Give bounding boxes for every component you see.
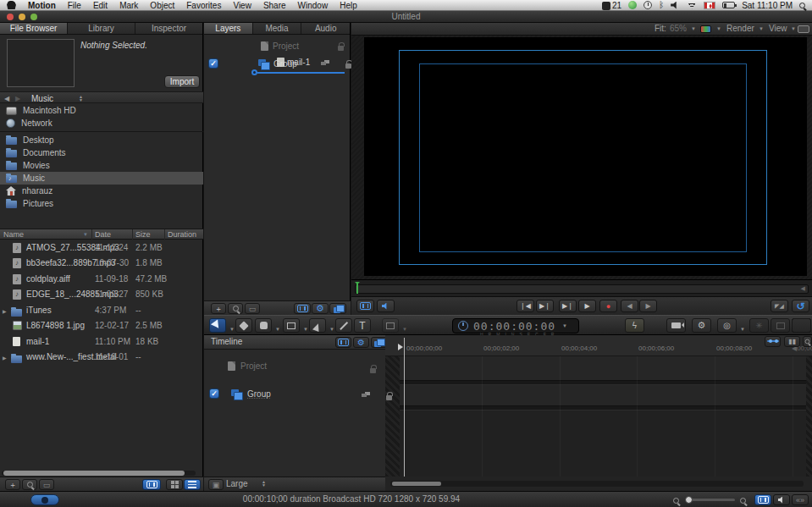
show-video-tracks-button[interactable] [335,337,351,348]
tab-layers[interactable]: Layers [204,23,253,34]
import-button[interactable]: Import [164,75,200,88]
column-header-size[interactable]: Size [135,230,151,239]
bezier-tool[interactable] [309,318,326,333]
search-button[interactable] [228,303,243,314]
lock-icon[interactable] [386,395,392,400]
mask-rectangle-tool[interactable] [382,318,399,333]
view-menu[interactable]: View [769,24,787,33]
channels-icon[interactable] [700,25,711,33]
menu-help[interactable]: Help [340,1,357,10]
track-height-button[interactable]: ▮▮ [784,336,800,347]
show-fullview-button[interactable] [356,300,374,312]
show-keyframe-editor-button[interactable]: «» [792,494,809,505]
blend-mode-icon[interactable] [321,60,329,67]
show-timeline-button[interactable] [754,494,771,505]
menu-clock[interactable]: Sat 11:10 PM [742,1,793,10]
line-tool[interactable] [335,318,352,333]
timeline-zoom-button[interactable] [803,336,812,347]
search-button[interactable] [22,479,37,490]
timeline-ruler[interactable]: 00;00;00;00 00;00;02;00 00;00;04;00 00;0… [385,335,812,356]
record-button[interactable]: ● [599,300,617,312]
chevron-down-icon[interactable]: ▼ [402,327,407,332]
chevron-down-icon[interactable]: ▼ [303,327,308,332]
tab-media[interactable]: Media [253,23,302,34]
column-header-date[interactable]: Date [95,230,111,239]
zoom-fit-label[interactable]: Fit: [655,24,666,33]
disclosure-triangle-icon[interactable]: ▶ [3,355,7,361]
file-row[interactable]: ♪ EDGE_18_...24885.mp3 11-09-27 850 KB [0,287,203,302]
menu-favorites[interactable]: Favorites [186,1,221,10]
place-macintosh-hd[interactable]: Macintosh HD [0,104,203,117]
file-row[interactable]: ▶ iTunes 4:37 PM -- [0,303,203,318]
tab-file-browser[interactable]: File Browser [0,23,68,34]
playhead-grabber[interactable] [398,344,406,350]
adjust-3d-tool[interactable] [235,318,252,333]
show-hud-button[interactable]: ϟ [625,318,644,333]
mini-timeline-track[interactable] [355,284,809,294]
volume-icon[interactable] [671,2,680,9]
disclosure-triangle-icon[interactable]: ▶ [3,308,7,314]
icon-view-button[interactable] [166,479,183,490]
input-language-flag-icon[interactable] [704,2,715,9]
menu-motion[interactable]: Motion [28,1,56,10]
preview-toggle-button[interactable]: ▭ [39,479,54,490]
add-behavior-button[interactable]: ⚙ [692,318,711,333]
chevron-down-icon[interactable]: ▼ [740,327,745,332]
audio-mute-button[interactable] [377,300,395,312]
column-header-name[interactable]: Name [3,230,24,239]
chevron-down-icon[interactable]: ▼ [691,26,696,31]
text-tool[interactable]: T [354,318,371,333]
file-row[interactable]: L8674898 1.jpg 12-02-17 2.5 MB [0,318,203,333]
forward-arrow-icon[interactable]: ▶ [15,95,20,102]
file-row[interactable]: mail-1 11:10 PM 18 KB [0,334,203,350]
globe-status-icon[interactable] [628,1,637,9]
tab-audio[interactable]: Audio [301,23,350,34]
menu-file[interactable]: File [68,1,81,10]
file-row[interactable]: ♪ bb3eefa32...889b7.mp3 10-07-30 1.8 MB [0,256,203,271]
timeline-zoom-slider[interactable] [686,499,735,501]
bluetooth-icon[interactable]: ᛒ [659,1,664,9]
go-to-end-button[interactable]: ▶❘ [536,300,554,312]
playhead[interactable] [404,338,405,477]
chevron-down-icon[interactable]: ▼ [562,323,567,328]
zoom-in-icon[interactable] [740,496,746,505]
menu-object[interactable]: Object [150,1,174,10]
new-camera-button[interactable] [666,318,686,333]
canvas-viewport[interactable] [351,36,812,279]
loop-playback-button[interactable]: ↺ [792,300,809,312]
folder-view-button[interactable] [142,479,161,490]
lock-icon[interactable] [345,63,351,69]
close-window-button[interactable] [7,14,14,20]
place-home[interactable]: nharauz [0,185,203,197]
back-arrow-icon[interactable]: ◀ [4,95,9,102]
timecode-display[interactable]: 00:00:00:00 ▼ HRMINSECFR [452,318,579,333]
minimize-window-button[interactable] [19,14,25,20]
chevron-down-icon[interactable]: ▼ [759,26,764,31]
menu-mark[interactable]: Mark [119,1,138,10]
file-row[interactable]: ♪ coldplay.aiff 11-09-18 47.2 MB [0,272,203,287]
place-desktop[interactable]: Desktop [0,134,203,146]
go-to-start-button[interactable]: ❘◀ [516,300,534,312]
add-layer-button[interactable]: ＋ [211,303,226,314]
location-stepper-icon[interactable]: ▲▼ [79,95,83,102]
track-lane-group[interactable] [400,385,806,405]
menu-view[interactable]: View [233,1,251,10]
place-music[interactable]: ♪ Music [0,172,203,185]
show-behaviors-button[interactable]: ⚙ [353,337,369,348]
scrollbar-thumb[interactable] [392,482,441,486]
place-movies[interactable]: Movies [0,159,203,172]
render-menu[interactable]: Render [726,24,754,33]
make-particles-button[interactable]: ✳ [749,318,769,333]
spotlight-icon[interactable] [799,3,805,8]
location-popup[interactable]: Music [31,94,53,103]
list-view-button[interactable] [184,479,201,490]
zoom-out-icon[interactable] [673,496,679,505]
timeline-row-project[interactable]: Project [228,361,267,371]
horizontal-scrollbar[interactable] [2,471,196,476]
apple-menu-icon[interactable] [7,1,16,10]
display-icon[interactable] [798,25,809,33]
show-keyframes-button[interactable] [765,336,781,347]
lock-icon[interactable] [338,46,344,51]
wifi-icon[interactable] [687,2,697,9]
chevron-down-icon[interactable]: ▼ [791,26,796,31]
